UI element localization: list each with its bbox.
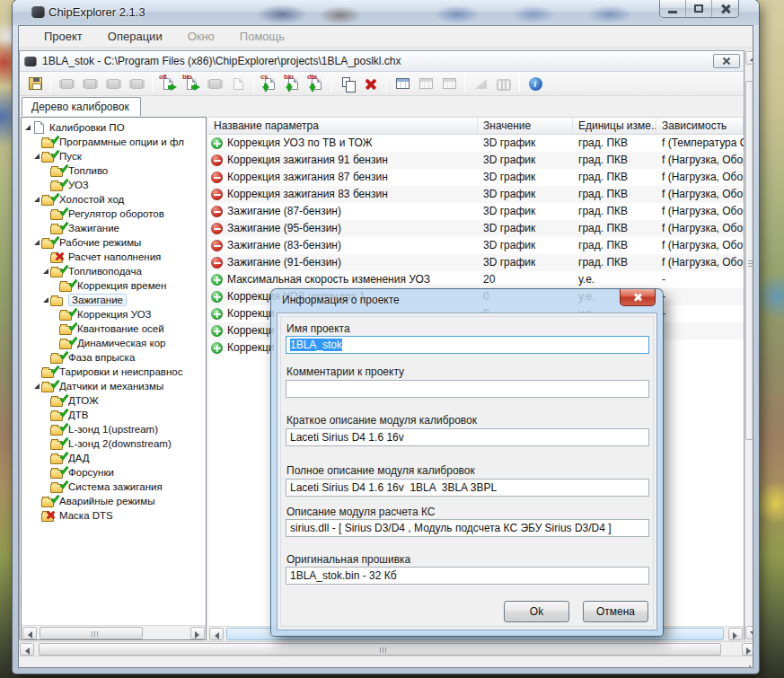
column-header-name[interactable]: Название параметра bbox=[208, 118, 478, 134]
param-dependency-cell: f (Нагрузка, Оборо bbox=[656, 169, 744, 186]
tree-item[interactable]: УОЗ bbox=[22, 178, 206, 192]
import-doc-toolbar-button[interactable]: cs bbox=[259, 74, 280, 93]
expander-icon[interactable] bbox=[32, 383, 41, 389]
tree-item[interactable]: Форсунки bbox=[22, 465, 206, 480]
folder-check-icon bbox=[59, 338, 74, 349]
project-close-button[interactable] bbox=[713, 54, 740, 68]
tree-item[interactable]: Топливо bbox=[22, 163, 206, 178]
tree-item[interactable]: L-зонд 1(upstream) bbox=[22, 422, 206, 436]
maximize-button[interactable] bbox=[686, 0, 712, 17]
table-row[interactable]: Коррекция зажигания 91 бензин3D графикгр… bbox=[208, 152, 744, 169]
expander-icon[interactable] bbox=[32, 154, 41, 159]
tree-item[interactable]: Зажигание bbox=[22, 221, 206, 235]
delete-toolbar-button[interactable] bbox=[360, 74, 382, 93]
scroll-right-button[interactable] bbox=[742, 643, 753, 656]
project-window-titlebar[interactable]: 1BLA_stok - C:\Program Files (x86)\ChipE… bbox=[20, 51, 744, 72]
table-row[interactable]: Зажигание (91-бензин)3D графикград. ПКВf… bbox=[208, 254, 744, 271]
copy-toolbar-button[interactable] bbox=[337, 74, 358, 93]
import-doc-toolbar-button[interactable]: bin bbox=[282, 74, 304, 93]
table-row[interactable]: Зажигание (95-бензин)3D графикград. ПКВf… bbox=[208, 220, 744, 237]
tree-item[interactable]: Тарировки и неисправнос bbox=[22, 365, 206, 379]
table-row[interactable]: Зажигание (83-бензин)3D графикград. ПКВf… bbox=[208, 237, 744, 254]
menu-project[interactable]: Проект bbox=[31, 27, 95, 46]
tree-item[interactable]: Пуск bbox=[22, 149, 206, 163]
scroll-thumb[interactable] bbox=[745, 81, 753, 440]
mdi-vscrollbar[interactable] bbox=[744, 50, 753, 640]
tree-item[interactable]: Топливоподача bbox=[22, 264, 206, 278]
scroll-right-button[interactable] bbox=[190, 627, 205, 639]
save-toolbar-button[interactable] bbox=[24, 74, 46, 93]
table-row[interactable]: Коррекция УОЗ по ТВ и ТОЖ3D графикград. … bbox=[208, 135, 744, 152]
tree-item[interactable]: Программные опции и фл bbox=[22, 135, 206, 149]
title-bar[interactable]: ChipExplorer 2.1.3 bbox=[13, 0, 759, 25]
dialog-close-button[interactable] bbox=[620, 289, 656, 306]
expander-icon[interactable] bbox=[23, 125, 32, 130]
param-value-cell: 20 bbox=[478, 271, 573, 288]
tree-item[interactable]: Регулятор оборотов bbox=[22, 207, 206, 221]
column-header-dependency[interactable]: Зависимость bbox=[656, 118, 744, 134]
scroll-down-button[interactable] bbox=[745, 626, 753, 639]
cancel-button[interactable]: Отмена bbox=[583, 601, 648, 622]
scroll-left-button[interactable] bbox=[22, 627, 37, 639]
expander-icon[interactable] bbox=[32, 197, 41, 202]
minimize-icon bbox=[668, 11, 677, 13]
mdi-hscrollbar[interactable] bbox=[19, 641, 753, 656]
folder-check-icon bbox=[59, 280, 74, 292]
tree-item-label: Квантование осей bbox=[77, 323, 167, 334]
tree-item[interactable]: Калибровки ПО bbox=[22, 120, 206, 135]
export-doc-toolbar-button[interactable]: bin bbox=[181, 74, 202, 93]
tree-item[interactable]: Аварийные режимы bbox=[22, 494, 206, 508]
ok-button[interactable]: Ok bbox=[504, 601, 569, 622]
full-description-field[interactable]: Laceti Sirius D4 1.6 16v 1BLA 3BLA 3BPL bbox=[286, 479, 649, 497]
scroll-left-button[interactable] bbox=[209, 628, 224, 640]
scroll-right-button[interactable] bbox=[728, 628, 743, 640]
expander-icon[interactable] bbox=[41, 269, 50, 274]
project-name-field[interactable]: 1BLA_stok bbox=[286, 336, 649, 354]
tree-item[interactable]: ДТОЖ bbox=[22, 393, 206, 408]
tree-item[interactable]: Квантование осей bbox=[22, 321, 206, 336]
import-doc-toolbar-button[interactable]: dta bbox=[305, 74, 327, 93]
close-button[interactable] bbox=[712, 0, 738, 17]
table-row[interactable]: Зажигание (87-бензин)3D графикград. ПКВf… bbox=[208, 203, 744, 220]
expander-icon[interactable] bbox=[41, 297, 50, 303]
param-dependency-cell bbox=[656, 339, 744, 357]
close-icon bbox=[634, 294, 642, 302]
short-description-field[interactable]: Laceti Sirius D4 1.6 16v bbox=[286, 428, 649, 446]
tree-item[interactable]: L-зонд 2(downstream) bbox=[22, 436, 206, 451]
tree-item[interactable]: Коррекция времен bbox=[22, 278, 206, 293]
tree-item[interactable]: ДАД bbox=[22, 451, 206, 465]
menu-operations[interactable]: Операции bbox=[95, 27, 175, 46]
tab-calibration-tree[interactable]: Дерево калибровок bbox=[22, 97, 141, 116]
tree-item[interactable]: Система зажигания bbox=[22, 480, 206, 494]
expander-icon[interactable] bbox=[32, 240, 41, 245]
table-row[interactable]: Максимальная скорость изменения УОЗ20у.е… bbox=[208, 271, 744, 288]
table-row[interactable]: Коррекция зажигания 87 бензин3D графикгр… bbox=[208, 169, 744, 186]
table-row[interactable]: Коррекция зажигания 83 бензин3D графикгр… bbox=[208, 186, 744, 203]
tree-item[interactable]: Фаза впрыска bbox=[22, 350, 206, 365]
calibration-tree: Калибровки ПОПрограммные опции и флПускТ… bbox=[22, 118, 206, 625]
column-header-value[interactable]: Значение bbox=[478, 118, 573, 134]
tree-item[interactable]: Рабочие режимы bbox=[22, 235, 206, 250]
scroll-thumb[interactable] bbox=[39, 643, 721, 656]
tree-item[interactable]: Маска DTS bbox=[22, 508, 206, 523]
tree-item[interactable]: Расчет наполнения bbox=[22, 250, 206, 264]
scroll-thumb[interactable] bbox=[40, 627, 143, 639]
info-toolbar-button[interactable]: i bbox=[524, 74, 546, 93]
resize-grip-icon[interactable] bbox=[746, 659, 753, 667]
tree-item[interactable]: Динамическая кор bbox=[22, 336, 206, 350]
tree-item[interactable]: Холостой ход bbox=[22, 192, 206, 207]
tree-item[interactable]: ДТВ bbox=[22, 408, 206, 422]
original-firmware-field[interactable]: 1BLA_stok.bin - 32 Кб bbox=[286, 567, 649, 585]
tree-hscrollbar[interactable] bbox=[22, 625, 206, 639]
scroll-up-button[interactable] bbox=[745, 51, 753, 65]
minimize-button[interactable] bbox=[660, 0, 686, 17]
export-doc-toolbar-button[interactable]: ofi bbox=[157, 74, 179, 93]
scroll-left-button[interactable] bbox=[20, 643, 34, 656]
table-toolbar-button[interactable] bbox=[392, 74, 413, 93]
tree-item[interactable]: Датчики и механизмы bbox=[22, 379, 206, 393]
comments-field[interactable] bbox=[286, 380, 649, 398]
column-header-units[interactable]: Единицы изме... bbox=[573, 118, 656, 134]
tree-item[interactable]: Зажигание bbox=[22, 293, 206, 307]
tree-item[interactable]: Коррекция УОЗ bbox=[22, 307, 206, 321]
ks-module-field[interactable]: sirius.dll - [ Sirius D3/D4 , Модуль под… bbox=[286, 519, 649, 537]
